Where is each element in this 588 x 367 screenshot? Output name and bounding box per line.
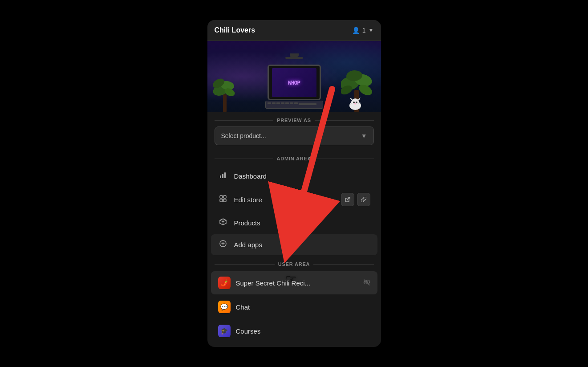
svg-rect-24 [220, 175, 221, 178]
plant-left-decoration [212, 68, 239, 112]
edit-store-actions [341, 193, 370, 206]
sidebar-item-edit-store[interactable]: Edit store [211, 188, 377, 212]
chat-app-icon: 💬 [218, 301, 231, 313]
chevron-down-icon: ▼ [369, 27, 374, 33]
section-line-left3 [215, 264, 275, 265]
chili-app-icon: 🌶️ [218, 277, 231, 289]
svg-point-17 [354, 103, 356, 105]
panel-header: Chili Lovers 👤 1 ▼ [207, 20, 381, 41]
monitor-stand [290, 53, 299, 57]
sidebar-item-chat[interactable]: 💬 Chat [211, 295, 377, 318]
svg-rect-30 [223, 199, 226, 202]
sidebar-panel: Chili Lovers 👤 1 ▼ WHOP [207, 20, 381, 347]
section-line-left2 [215, 159, 273, 159]
section-line-right [315, 120, 374, 121]
plus-circle-icon [218, 240, 228, 250]
member-count: 👤 1 ▼ [352, 27, 374, 34]
sidebar-item-add-apps[interactable]: Add apps [211, 234, 377, 255]
sidebar-item-dashboard[interactable]: Dashboard [211, 166, 377, 187]
courses-app-icon: 🎓 [218, 325, 231, 337]
bar-chart-icon [218, 171, 228, 181]
svg-rect-0 [223, 94, 227, 112]
svg-rect-26 [224, 172, 226, 178]
monitor: WHOP [268, 65, 321, 100]
panel-content: PREVIEW AS Select product... ▼ ADMIN ARE… [207, 112, 381, 347]
panel-title: Chili Lovers [215, 26, 255, 34]
dashboard-label: Dashboard [234, 172, 370, 180]
copy-link-button[interactable] [357, 193, 370, 206]
cat-decoration [348, 97, 363, 110]
product-select[interactable]: Select product... ▼ [215, 126, 374, 145]
member-number: 1 [362, 27, 366, 34]
edit-store-label: Edit store [234, 196, 335, 204]
keyboard-decoration [265, 101, 323, 109]
add-apps-label: Add apps [234, 241, 370, 249]
select-chevron-icon: ▼ [361, 132, 367, 139]
grid-icon [218, 195, 228, 205]
courses-label: Courses [236, 327, 370, 335]
select-placeholder: Select product... [221, 132, 266, 139]
user-area-label: USER AREA [278, 261, 310, 267]
sidebar-item-products[interactable]: Products [211, 212, 377, 233]
external-link-button[interactable] [341, 193, 354, 206]
svg-marker-13 [350, 98, 353, 100]
svg-point-16 [356, 102, 357, 103]
svg-rect-29 [220, 199, 223, 202]
svg-point-12 [351, 98, 359, 106]
hidden-icon [363, 279, 370, 287]
monitor-screen: WHOP [272, 68, 316, 97]
admin-area-label: ADMIN AREA [277, 156, 312, 161]
monitor-base [285, 57, 303, 59]
product-select-wrapper: Select product... ▼ [207, 126, 381, 151]
svg-rect-25 [222, 174, 223, 178]
svg-point-15 [353, 102, 355, 103]
svg-rect-28 [223, 196, 226, 198]
chat-label: Chat [236, 303, 370, 311]
box-icon [218, 218, 228, 228]
community-banner: WHOP [207, 41, 381, 112]
section-line-right3 [313, 264, 373, 265]
svg-marker-14 [358, 98, 361, 100]
svg-rect-27 [220, 196, 223, 198]
section-line-left [215, 120, 274, 121]
super-secret-label: Super Secret Chili Reci... [236, 279, 356, 287]
preview-as-label: PREVIEW AS [277, 118, 311, 123]
sidebar-item-courses[interactable]: 🎓 Courses [211, 319, 377, 343]
admin-area-section: ADMIN AREA [207, 151, 381, 165]
preview-as-section: PREVIEW AS [207, 112, 381, 126]
products-label: Products [234, 219, 370, 227]
sidebar-item-super-secret[interactable]: 🌶️ Super Secret Chili Reci... [211, 271, 377, 294]
user-area-section: USER AREA [207, 256, 381, 270]
section-line-right2 [315, 159, 373, 159]
person-icon: 👤 [352, 27, 360, 34]
